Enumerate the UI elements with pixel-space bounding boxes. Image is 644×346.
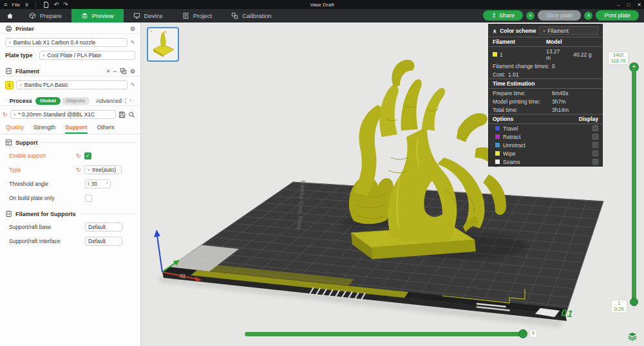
layer-bottom-badge: 1 0.20 — [612, 300, 627, 313]
process-objects-toggle[interactable]: Objects — [62, 97, 90, 105]
filament-color-swatch[interactable]: 1 — [5, 81, 14, 89]
layer-slider-track[interactable] — [632, 68, 636, 303]
process-param-tabs: Quality Strength Support Others — [0, 124, 140, 134]
support-raft-base-select[interactable]: Default — [85, 223, 122, 232]
new-file-icon[interactable] — [43, 1, 50, 8]
hamburger-icon[interactable]: ≡ — [4, 2, 7, 8]
undo-icon[interactable]: ↶ — [54, 2, 59, 8]
search-icon[interactable] — [128, 111, 135, 118]
share-button[interactable]: ↥ Share — [483, 10, 523, 21]
redo-icon[interactable]: ↷ — [63, 2, 68, 8]
travel-checkbox[interactable] — [592, 125, 598, 131]
filament-supports-group-header: Filament for Supports — [0, 210, 140, 217]
maximize-button[interactable]: □ — [627, 2, 630, 8]
color-scheme-value: Filament — [547, 28, 569, 34]
display-col-header: Display — [579, 116, 598, 122]
retract-checkbox[interactable] — [592, 134, 598, 140]
plate-type-value: Cool Plate / PLA Plate — [47, 52, 101, 59]
unretract-checkbox[interactable] — [592, 142, 598, 148]
enable-support-checkbox[interactable]: ✓ — [84, 152, 91, 159]
support-raft-base-label: Support/raft base — [9, 224, 85, 230]
printer-section-header: Printer ⚙ — [0, 24, 140, 34]
plate-thumbnail[interactable]: 1 — [147, 27, 179, 62]
preview-viewport[interactable]: X1 01 Bambu Cool Plate — [141, 23, 644, 346]
option-travel: Travel — [489, 124, 602, 132]
seams-checkbox[interactable]: ✓ — [592, 159, 598, 165]
option-retract: Retract — [489, 132, 602, 141]
tab-strength[interactable]: Strength — [33, 124, 55, 134]
tab-others[interactable]: Others — [97, 124, 115, 134]
slice-stats-panel: ∧ Color scheme ∨ Filament Filament Model… — [488, 24, 603, 167]
tab-quality[interactable]: Quality — [6, 124, 24, 134]
chevron-down-icon: ∨ — [43, 53, 46, 58]
edit-filament-icon[interactable]: ✎ — [130, 82, 135, 88]
degree-unit: ° — [106, 181, 108, 187]
prepare-time-row: Prepare time: 6m45s — [489, 89, 602, 97]
print-plate-button[interactable]: Print plate — [596, 10, 639, 21]
tab-label: Device — [144, 12, 163, 19]
process-icon — [5, 97, 6, 104]
tab-calibration[interactable]: Calibration — [222, 9, 281, 23]
remove-filament-button[interactable]: − — [113, 68, 117, 75]
printer-settings-icon[interactable]: ⚙ — [130, 26, 135, 32]
print-label: Print plate — [604, 12, 630, 19]
tab-prepare[interactable]: Prepare — [19, 9, 71, 23]
plate-number: 01 — [561, 307, 574, 319]
build-plate-only-label: On build plate only — [9, 195, 85, 201]
support-type-select[interactable]: ∨ tree(auto) — [84, 165, 122, 174]
home-button[interactable] — [0, 9, 19, 23]
filament-select[interactable]: ∨ Bambu PLA Basic — [16, 80, 128, 89]
action-buttons: ↥ Share ∨ Slice plate ∨ Print plate — [483, 10, 639, 21]
close-button[interactable]: ✕ — [637, 2, 641, 8]
reset-enable-support-icon[interactable]: ↻ — [76, 152, 81, 159]
edit-printer-icon[interactable]: ✎ — [130, 39, 135, 46]
print-dropdown-button[interactable]: ∨ — [584, 12, 592, 20]
color-scheme-label: Color scheme — [500, 28, 536, 34]
model-col-header: Model — [546, 39, 562, 45]
flush-volumes-icon[interactable] — [120, 68, 127, 75]
tab-support[interactable]: Support — [65, 124, 88, 134]
tab-device[interactable]: Device — [124, 9, 173, 23]
build-plate-only-checkbox[interactable] — [85, 195, 92, 202]
threshold-angle-value: 30 — [91, 181, 97, 187]
file-menu[interactable]: File — [12, 2, 20, 8]
slice-plate-button[interactable]: Slice plate — [538, 10, 582, 21]
filament-col-header: Filament — [493, 39, 546, 45]
filament-weight: 40.22 g — [573, 51, 591, 58]
spin-down-icon[interactable]: ▾ — [88, 184, 90, 187]
project-icon — [182, 12, 189, 19]
support-group-title: Support — [15, 140, 38, 146]
slice-label: Slice plate — [546, 12, 573, 19]
layers-view-icon[interactable] — [627, 332, 638, 341]
filament-supports-icon — [5, 210, 12, 217]
layer-top-badge: 1402 116.70 — [609, 52, 628, 64]
collapse-panel-icon[interactable]: ∧ — [493, 28, 497, 34]
add-filament-button[interactable]: + — [106, 68, 109, 75]
process-global-toggle[interactable]: Global — [35, 97, 61, 105]
support-raft-interface-select[interactable]: Default — [85, 237, 122, 246]
tab-preview[interactable]: Preview — [71, 9, 124, 23]
plate-type-label: Plate type — [5, 52, 33, 59]
process-preset-select[interactable]: ∨ * 0.20mm Standard @BBL X1C — [10, 110, 116, 119]
save-preset-icon[interactable] — [118, 111, 126, 118]
step-slider-handle[interactable] — [518, 329, 527, 338]
reset-preset-icon[interactable]: ↻ — [3, 111, 8, 118]
filament-usage-row: 1 13.27 m 40.22 g — [489, 47, 602, 62]
wipe-checkbox[interactable] — [592, 150, 598, 156]
filament-settings-icon[interactable]: ⚙ — [130, 68, 135, 75]
printer-select[interactable]: ∨ Bambu Lab X1 Carbon 0.4 nozzle — [5, 38, 128, 47]
threshold-angle-stepper[interactable]: ▴▾ 30 ° — [85, 179, 111, 188]
time-estimation-header: Time Estimation — [489, 78, 602, 89]
filament-supports-title: Filament for Supports — [15, 211, 76, 217]
minimize-button[interactable]: – — [617, 2, 620, 8]
compare-presets-icon[interactable] — [134, 97, 135, 104]
tab-project[interactable]: Project — [173, 9, 222, 23]
chevron-down-icon[interactable]: ∨ — [24, 2, 29, 8]
slice-dropdown-button[interactable]: ∨ — [526, 12, 535, 20]
layer-slider-handle[interactable] — [630, 298, 638, 306]
step-slider-track[interactable] — [245, 332, 527, 336]
color-scheme-select[interactable]: ∨ Filament — [539, 26, 598, 35]
plate-type-select[interactable]: ∨ Cool Plate / PLA Plate — [39, 51, 135, 60]
advanced-toggle[interactable] — [125, 98, 127, 104]
reset-support-type-icon[interactable]: ↻ — [76, 167, 81, 173]
